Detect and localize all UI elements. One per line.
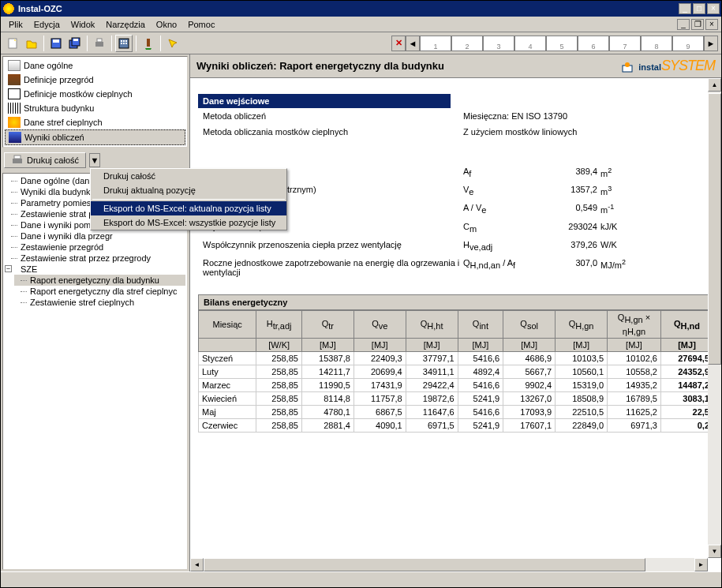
table-cell: 6971,5: [406, 419, 458, 433]
statusbar: [1, 571, 721, 587]
scroll-track[interactable]: [204, 558, 694, 571]
pager-prev-button[interactable]: ◄: [406, 36, 420, 51]
pager-page-9[interactable]: 9: [672, 36, 704, 51]
tree-zestawienie-przegrod[interactable]: Zestawienie przegród: [5, 242, 185, 253]
sidebar: Dane ogólne Definicje przegród Definicje…: [1, 54, 190, 571]
close-button[interactable]: ×: [707, 3, 720, 14]
menu-pomoc[interactable]: Pomoc: [183, 18, 219, 31]
mdi-close-button[interactable]: ×: [705, 19, 718, 30]
table-cell: Styczeń: [199, 352, 256, 365]
ctx-drukuj-calosc[interactable]: Drukuj całość: [91, 169, 286, 183]
pager-page-6[interactable]: 6: [578, 36, 609, 51]
table-cell: 10102,6: [608, 352, 661, 365]
pager-page-2[interactable]: 2: [451, 36, 483, 51]
table-cell: 11757,8: [354, 392, 406, 406]
print-all-button[interactable]: Drukuj całość: [4, 152, 86, 168]
table-cell: 19872,6: [406, 392, 458, 406]
exit-button[interactable]: [140, 35, 157, 52]
tree-sze[interactable]: −SZE: [5, 264, 185, 275]
scroll-right-button[interactable]: ►: [694, 558, 708, 571]
ctx-export-aktualna[interactable]: Eksport do MS-Excel: aktualna pozycja li…: [91, 201, 286, 215]
save-button[interactable]: [47, 35, 65, 52]
table-cell: 258,85: [256, 352, 302, 365]
table-cell: 3083,1: [660, 392, 713, 406]
nav-definicje-przegrod[interactable]: Definicje przegród: [5, 73, 185, 87]
open-button[interactable]: [23, 35, 40, 52]
nav-struktura-budynku[interactable]: Struktura budynku: [5, 101, 185, 115]
new-button[interactable]: [4, 35, 21, 52]
balance-table: MiesiącHtr,adjQtrQveQH,htQintQsolQH,gnQH…: [198, 310, 713, 433]
scroll-down-button[interactable]: ▼: [708, 545, 721, 558]
ctx-drukuj-aktualna[interactable]: Drukuj aktualną pozycję: [91, 183, 286, 197]
scroll-up-button[interactable]: ▲: [708, 78, 721, 92]
main-header: Wyniki obliczeń: Raport energetyczny dla…: [190, 54, 721, 78]
table-header: Qsol: [503, 310, 556, 338]
logo-icon: [621, 61, 635, 73]
print-button[interactable]: [91, 35, 108, 52]
menu-plik[interactable]: Plik: [4, 18, 28, 31]
table-row: Luty258,8514211,720699,434911,14892,4566…: [199, 365, 713, 379]
table-cell: Czerwiec: [199, 419, 256, 433]
table-row: Czerwiec258,852881,44090,16971,55241,917…: [199, 419, 713, 433]
collapse-icon[interactable]: −: [5, 265, 12, 272]
table-cell: 17607,1: [503, 419, 556, 433]
scroll-thumb[interactable]: [708, 93, 721, 365]
nav-definicje-mostkow[interactable]: Definicje mostków cieplnych: [5, 87, 185, 101]
menu-edycja[interactable]: Edycja: [29, 18, 65, 31]
pager-page-5[interactable]: 5: [546, 36, 578, 51]
table-cell: 5416,6: [458, 406, 503, 419]
vertical-scrollbar[interactable]: ▲ ▼: [708, 78, 721, 558]
table-cell: 5667,7: [503, 365, 556, 379]
svg-rect-11: [125, 40, 127, 42]
print-bar: Drukuj całość ▼ Drukuj całość Drukuj akt…: [1, 149, 189, 171]
nav-dane-stref[interactable]: Dane stref cieplnych: [5, 115, 185, 129]
geo-value: 0,549: [534, 203, 597, 215]
tree-zestawienie-strat-przegrody[interactable]: Zestawienie strat przez przegrody: [5, 253, 185, 264]
saveall-button[interactable]: [66, 35, 84, 52]
svg-rect-14: [125, 43, 127, 44]
table-header: QH,nd: [660, 310, 713, 338]
svg-rect-13: [123, 43, 125, 44]
maximize-button[interactable]: □: [693, 3, 705, 14]
pager-page-3[interactable]: 3: [483, 36, 514, 51]
table-cell: 11990,5: [301, 379, 354, 392]
table-cell: 22849,0: [556, 419, 608, 433]
pager-page-1[interactable]: 1: [420, 36, 451, 51]
minimize-button[interactable]: _: [679, 3, 691, 14]
pager-page-7[interactable]: 7: [609, 36, 641, 51]
input-value: Z użyciem mostków liniowych: [463, 127, 645, 137]
svg-rect-9: [121, 40, 122, 42]
menu-narzedzia[interactable]: Narzędzia: [101, 18, 150, 31]
mdi-minimize-button[interactable]: _: [677, 19, 690, 30]
print-dropdown-button[interactable]: ▼ Drukuj całość Drukuj aktualną pozycję …: [89, 153, 100, 167]
menu-okno[interactable]: Okno: [152, 18, 181, 31]
scroll-thumb[interactable]: [204, 558, 645, 571]
help-button[interactable]: [164, 35, 181, 52]
nav-dane-ogolne[interactable]: Dane ogólne: [5, 58, 185, 73]
results-icon: [9, 132, 21, 143]
pager-close-button[interactable]: ✕: [391, 36, 406, 51]
geo-symbol: Cm: [463, 222, 534, 234]
mdi-restore-button[interactable]: ❐: [691, 19, 704, 30]
horizontal-scrollbar[interactable]: ◄ ►: [190, 558, 708, 571]
report-viewport[interactable]: Dane wejściowe Metoda obliczeń Miesięczn…: [190, 78, 721, 571]
tree-raport-stref[interactable]: Raport energetyczny dla stref cieplnyc: [14, 286, 185, 297]
tree-zestawienie-stref[interactable]: Zestawienie stref cieplnych: [14, 297, 185, 308]
pager-page-8[interactable]: 8: [641, 36, 672, 51]
table-cell: 258,85: [256, 379, 302, 392]
pager-page-4[interactable]: 4: [514, 36, 546, 51]
ctx-export-wszystkie[interactable]: Eksport do MS-Excel: wszystkie pozycje l…: [91, 215, 286, 230]
tree-dane-wyniki-przegr[interactable]: Dane i wyniki dla przegr: [5, 230, 185, 242]
table-cell: 15387,8: [301, 352, 354, 365]
geo-symbol: Hve,adj: [463, 240, 534, 252]
geo-value: 1357,2: [534, 185, 597, 197]
scroll-left-button[interactable]: ◄: [190, 558, 204, 571]
tree-raport-budynku[interactable]: Raport energetyczny dla budynku: [14, 275, 185, 286]
menu-widok[interactable]: Widok: [66, 18, 100, 31]
calc-button[interactable]: [115, 35, 133, 52]
scroll-track[interactable]: [708, 92, 721, 545]
nav-wyniki-obliczen[interactable]: Wyniki obliczeń: [5, 129, 185, 145]
svg-rect-17: [14, 155, 21, 159]
pager-next-button[interactable]: ►: [704, 36, 718, 51]
pager: ✕ ◄ 1 2 3 4 5 6 7 8 9 ►: [391, 36, 718, 51]
